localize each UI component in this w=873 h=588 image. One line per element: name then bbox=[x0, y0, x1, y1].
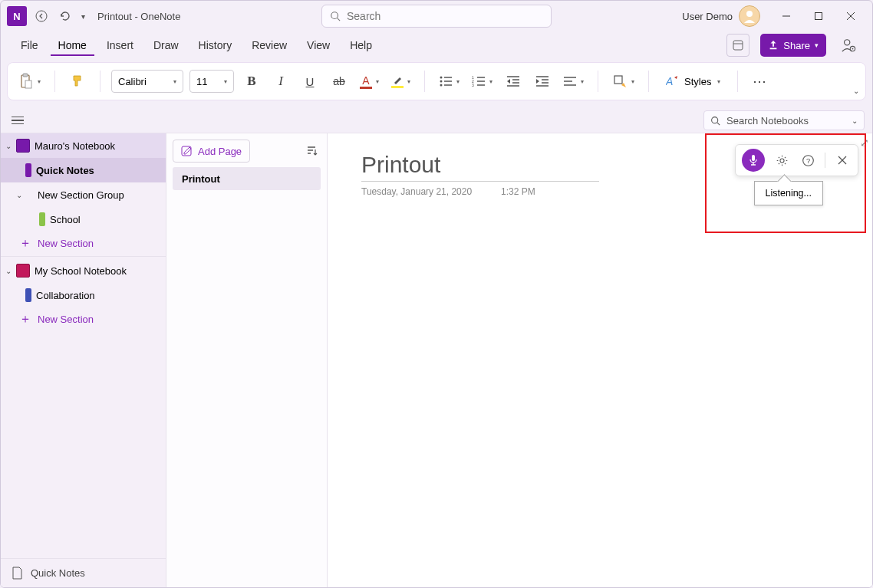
tooltip-text: Listening... bbox=[766, 188, 812, 199]
svg-line-2 bbox=[338, 18, 341, 21]
dictate-mic-button[interactable] bbox=[742, 149, 765, 172]
svg-point-3 bbox=[746, 11, 753, 17]
app-icon: N bbox=[7, 6, 27, 26]
menu-insert[interactable]: Insert bbox=[99, 34, 141, 56]
nav-toggle-button[interactable] bbox=[8, 117, 27, 125]
section-label: Quick Notes bbox=[36, 165, 94, 176]
page-item-printout[interactable]: Printout bbox=[173, 167, 321, 190]
svg-point-19 bbox=[440, 80, 443, 83]
underline-button[interactable]: U bbox=[298, 68, 321, 94]
align-button[interactable]: ▾ bbox=[560, 68, 587, 94]
menu-help[interactable]: Help bbox=[342, 34, 380, 56]
notebook-mauros[interactable]: ⌄ Mauro's Notebook bbox=[1, 133, 166, 158]
page-item-label: Printout bbox=[182, 173, 220, 185]
svg-rect-40 bbox=[614, 76, 622, 84]
dictate-close-button[interactable] bbox=[833, 151, 852, 169]
svg-point-13 bbox=[852, 48, 854, 50]
notebook-label: My School Notebook bbox=[35, 265, 127, 277]
menu-file[interactable]: File bbox=[13, 34, 46, 56]
svg-line-43 bbox=[717, 122, 720, 124]
font-family-dropdown[interactable]: Calibri ▾ bbox=[111, 70, 183, 93]
sort-pages-button[interactable] bbox=[302, 142, 321, 160]
share-label: Share bbox=[783, 40, 810, 51]
page-canvas[interactable]: ⤢ Printout Tuesday, January 21, 2020 1:3… bbox=[328, 133, 872, 587]
undo-button[interactable] bbox=[53, 5, 76, 28]
expand-canvas-button[interactable]: ⤢ bbox=[860, 136, 869, 149]
font-color-button[interactable]: A ▾ bbox=[357, 68, 382, 94]
ribbon-overflow-button[interactable]: ⋯ bbox=[749, 68, 772, 94]
menu-history[interactable]: History bbox=[191, 34, 240, 56]
numbered-list-button[interactable]: 123 ▾ bbox=[469, 68, 496, 94]
titlebar: N ▾ Printout - OneNote Search User Demo bbox=[1, 1, 872, 31]
svg-point-21 bbox=[440, 84, 443, 87]
search-icon bbox=[330, 11, 341, 21]
window-title: Printout - OneNote bbox=[97, 11, 180, 22]
global-search[interactable]: Search bbox=[321, 5, 552, 28]
minimize-button[interactable] bbox=[771, 5, 802, 28]
menu-draw[interactable]: Draw bbox=[146, 34, 186, 56]
styles-button[interactable]: A Styles ▾ bbox=[660, 68, 726, 94]
svg-point-0 bbox=[36, 11, 47, 21]
menu-view[interactable]: View bbox=[299, 34, 338, 56]
font-size-dropdown[interactable]: 11 ▾ bbox=[189, 70, 234, 93]
notebook-search[interactable]: Search Notebooks ⌄ bbox=[703, 110, 865, 130]
ribbon-mode-toggle[interactable] bbox=[726, 34, 749, 57]
page-date: Tuesday, January 21, 2020 bbox=[361, 186, 472, 197]
section-color-icon bbox=[25, 288, 31, 302]
sidebar-footer-label: Quick Notes bbox=[31, 567, 85, 579]
add-new-section-1[interactable]: ＋ New Section bbox=[1, 232, 166, 255]
tag-button[interactable]: ▾ bbox=[609, 68, 637, 94]
increase-indent-button[interactable] bbox=[531, 68, 554, 94]
section-color-icon bbox=[39, 212, 45, 226]
add-new-section-2[interactable]: ＋ New Section bbox=[1, 307, 166, 330]
dictate-help-button[interactable]: ? bbox=[799, 151, 817, 169]
share-button[interactable]: Share ▾ bbox=[760, 34, 826, 57]
notebook-search-placeholder: Search Notebooks bbox=[726, 115, 845, 126]
strikethrough-button[interactable]: ab bbox=[328, 68, 351, 94]
maximize-button[interactable] bbox=[803, 5, 834, 28]
user-name: User Demo bbox=[682, 11, 733, 22]
add-page-button[interactable]: Add Page bbox=[173, 140, 250, 163]
page-icon bbox=[12, 567, 23, 580]
decrease-indent-button[interactable] bbox=[502, 68, 525, 94]
svg-text:?: ? bbox=[805, 156, 809, 164]
notebook-icon bbox=[16, 264, 30, 278]
styles-label: Styles bbox=[684, 76, 711, 87]
page-title[interactable]: Printout bbox=[361, 152, 599, 182]
section-label: Collaboration bbox=[36, 290, 95, 301]
section-collaboration[interactable]: Collaboration bbox=[1, 283, 166, 307]
styles-icon: A bbox=[666, 74, 680, 88]
user-box[interactable]: User Demo bbox=[682, 5, 760, 27]
svg-rect-8 bbox=[733, 41, 743, 50]
help-icon: ? bbox=[802, 154, 815, 167]
highlight-button[interactable]: ▾ bbox=[388, 68, 413, 94]
back-button[interactable] bbox=[30, 5, 53, 28]
section-label: School bbox=[50, 214, 81, 225]
sidebar-footer-quick-notes[interactable]: Quick Notes bbox=[1, 558, 166, 587]
new-section-label: New Section bbox=[38, 238, 94, 249]
menu-review[interactable]: Review bbox=[244, 34, 295, 56]
dictate-settings-button[interactable] bbox=[773, 151, 791, 169]
format-painter-button[interactable] bbox=[66, 68, 89, 94]
separator bbox=[825, 153, 825, 168]
svg-point-11 bbox=[845, 40, 850, 45]
section-school[interactable]: School bbox=[1, 207, 166, 232]
gear-icon bbox=[776, 154, 789, 167]
bold-button[interactable]: B bbox=[240, 68, 263, 94]
svg-rect-10 bbox=[770, 48, 777, 50]
share-icon bbox=[768, 40, 779, 51]
close-button[interactable] bbox=[835, 5, 866, 28]
section-group-new[interactable]: ⌄ New Section Group bbox=[1, 182, 166, 207]
italic-button[interactable]: I bbox=[269, 68, 292, 94]
paste-button[interactable]: ▾ bbox=[15, 68, 44, 94]
account-settings-icon[interactable] bbox=[837, 34, 860, 57]
menu-home[interactable]: Home bbox=[51, 34, 94, 56]
add-page-label: Add Page bbox=[198, 146, 242, 157]
menubar: File Home Insert Draw History Review Vie… bbox=[1, 31, 872, 59]
bullet-list-button[interactable]: ▾ bbox=[436, 68, 463, 94]
ribbon-collapse-button[interactable]: ⌄ bbox=[853, 83, 859, 97]
notebook-school[interactable]: ⌄ My School Notebook bbox=[1, 258, 166, 283]
quickaccess-more-button[interactable]: ▾ bbox=[76, 5, 90, 28]
svg-point-1 bbox=[331, 12, 338, 19]
section-quick-notes[interactable]: Quick Notes bbox=[1, 158, 166, 182]
